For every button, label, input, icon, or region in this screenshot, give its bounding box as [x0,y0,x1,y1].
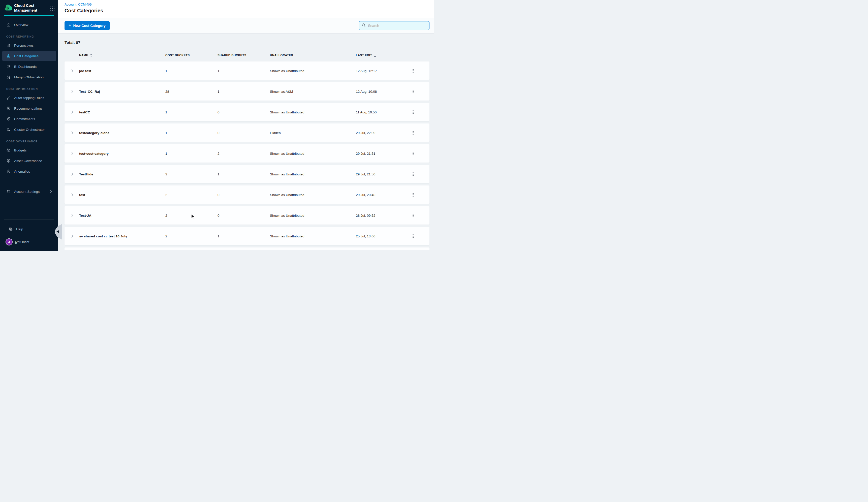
collapse-left-icon [56,230,59,233]
column-header-last-edit[interactable]: LAST EDIT [356,54,372,57]
sidebar-item-overview[interactable]: Overview [2,19,56,30]
table-row-partial [64,248,430,250]
kebab-menu-icon[interactable] [411,192,415,197]
table-row[interactable]: Test_CC_Raj 28 1 Shown as A&M 12 Aug, 10… [64,82,430,101]
kebab-menu-icon[interactable] [411,69,415,73]
chevron-right-icon[interactable] [70,213,75,218]
section-label: COST REPORTING [6,35,58,39]
chevron-right-icon[interactable] [70,192,75,197]
sidebar-item-account-settings[interactable]: Account Settings [2,186,56,197]
table-body: joe-test 1 1 Shown as Unattributed 12 Au… [64,62,430,245]
table-row[interactable]: Test-JA 2 0 Shown as Unattributed 28 Jul… [64,206,430,224]
row-shared-buckets: 1 [217,172,219,176]
cloud-dollar-logo-icon: $ [4,4,12,13]
sidebar-item-label: Cluster Orchestrator [14,128,45,132]
table-row[interactable]: TestHide 3 1 Shown as Unattributed 29 Ju… [64,165,430,183]
avatar: J [6,239,12,245]
sidebar-item-commitments[interactable]: Commitments [2,114,56,124]
kebab-menu-icon[interactable] [411,151,415,156]
cost-categories-list: Total: 87 NAME COST BUCKETS SHARED BUCKE… [58,33,434,250]
chevron-right-icon[interactable] [70,151,75,156]
row-shared-buckets: 1 [217,69,219,73]
row-unallocated: Shown as Unattributed [270,172,304,176]
sidebar-item-asset-governance[interactable]: $ Asset Governance [2,156,56,166]
row-cost-buckets: 2 [165,213,167,217]
sidebar-section-cost-governance: COST GOVERNANCE $ Budgets [0,140,58,177]
help-chat-icon: ? [8,227,13,231]
sidebar-header: $ Cloud Cost Management [0,0,58,16]
row-last-edit: 29 Jul, 21:50 [356,172,375,176]
row-shared-buckets: 1 [217,90,219,93]
sidebar-item-anomalies[interactable]: Anomalies [2,166,56,177]
chevron-right-icon[interactable] [70,172,75,176]
kebab-menu-icon[interactable] [411,213,415,218]
kebab-menu-icon[interactable] [411,130,415,135]
breadcrumb-account-link[interactable]: Account: CCM-NG [64,2,92,6]
row-last-edit: 29 Jul, 20:40 [356,193,375,197]
text-caret [368,23,368,28]
sort-ascending-icon[interactable] [373,54,376,59]
row-cost-buckets: 1 [165,131,167,135]
sidebar-item-recommendations[interactable]: Recommendations [2,103,56,114]
row-unallocated: Hidden [270,131,281,135]
svg-text:$: $ [7,6,9,10]
sidebar-item-label: Commitments [14,117,35,121]
table-row[interactable]: test 2 0 Shown as Unattributed 29 Jul, 2… [64,186,430,204]
table-row[interactable]: sv shared cost cc test 16 July 2 1 Shown… [64,227,430,245]
sort-both-icon[interactable] [90,53,93,58]
sidebar-section-cost-reporting: COST REPORTING Perspectives Cost Categor… [0,35,58,82]
clock-refresh-icon [6,117,11,121]
main-content: Account: CCM-NG Cost Categories + New Co… [58,0,434,251]
sidebar-item-label: Asset Governance [14,159,42,163]
svg-text:$: $ [8,160,9,162]
hexagons-gear-icon [6,127,11,132]
row-cost-buckets: 1 [165,110,167,114]
row-cost-buckets: 2 [165,193,167,197]
search-input[interactable] [368,23,427,28]
sidebar-divider [4,182,54,182]
row-shared-buckets: 0 [217,193,219,197]
section-label: COST OPTIMIZATION [6,87,58,91]
kebab-menu-icon[interactable] [411,172,415,176]
table-row[interactable]: test-cost-category 1 2 Shown as Unattrib… [64,144,430,163]
sidebar-item-cluster-orchestrator[interactable]: Cluster Orchestrator [2,124,56,135]
new-cost-category-button[interactable]: + New Cost Category [64,21,110,30]
kebab-menu-icon[interactable] [411,89,415,94]
piggy-bank-icon: $ [6,148,11,153]
new-cost-category-label: New Cost Category [73,24,106,28]
sidebar-item-bi-dashboards[interactable]: BI Dashboards [2,61,56,72]
sidebar-item-label: BI Dashboards [14,65,37,69]
sidebar-item-autostopping-rules[interactable]: AutoStopping Rules [2,93,56,103]
sidebar-item-perspectives[interactable]: Perspectives [2,40,56,51]
shield-alert-icon [6,169,11,174]
table-row[interactable]: joe-test 1 1 Shown as Unattributed 12 Au… [64,62,430,80]
row-cost-buckets: 1 [165,151,167,155]
module-grid-icon[interactable] [50,6,55,12]
sidebar-item-label: Anomalies [14,170,30,174]
sidebar-item-budgets[interactable]: $ Budgets [2,145,56,156]
row-shared-buckets: 0 [217,110,219,114]
column-header-unallocated: UNALLOCATED [270,54,293,57]
chevron-right-icon[interactable] [70,69,75,73]
chevron-right-icon[interactable] [70,89,75,94]
table-row[interactable]: testCC 1 0 Shown as Unattributed 11 Aug,… [64,103,430,121]
row-last-edit: 11 Aug, 10:50 [356,110,376,114]
user-profile[interactable]: J jyoti.bisht [2,237,56,248]
table-header: NAME COST BUCKETS SHARED BUCKETS UNALLOC… [64,53,430,58]
column-header-name[interactable]: NAME [79,54,88,57]
shield-dollar-icon: $ [6,158,11,163]
kebab-menu-icon[interactable] [411,234,415,238]
sidebar-item-cost-categories[interactable]: Cost Categories [2,51,56,61]
kebab-menu-icon[interactable] [411,110,415,114]
row-cost-buckets: 3 [165,172,167,176]
plus-icon: + [69,23,71,28]
chevron-right-icon[interactable] [70,234,75,238]
table-row[interactable]: testcategory-clone 1 0 Hidden 29 Jul, 22… [64,124,430,142]
row-name: testcategory-clone [79,131,110,135]
sidebar-item-help[interactable]: ? Help [4,224,54,234]
row-cost-buckets: 2 [165,234,167,238]
sidebar-item-margin-obfuscation[interactable]: Margin Obfuscation [2,72,56,82]
chevron-right-icon[interactable] [70,110,75,114]
page-header: Account: CCM-NG Cost Categories [58,0,434,18]
chevron-right-icon[interactable] [70,130,75,135]
